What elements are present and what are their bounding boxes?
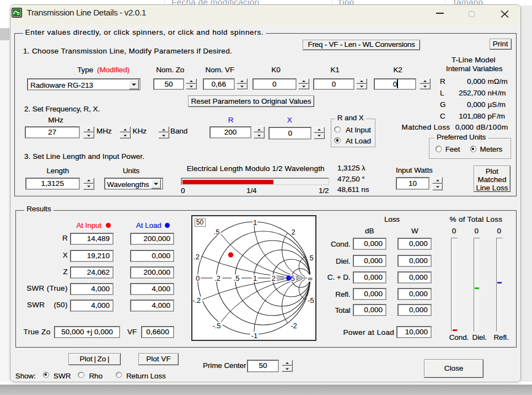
svg-text:-.5: -.5 bbox=[212, 322, 221, 330]
svg-text:1: 1 bbox=[253, 218, 257, 227]
svg-text:-1: -1 bbox=[251, 332, 258, 340]
svg-text:-2: -2 bbox=[291, 322, 297, 330]
svg-text:.5: .5 bbox=[214, 228, 220, 236]
svg-text:2: 2 bbox=[291, 228, 295, 236]
